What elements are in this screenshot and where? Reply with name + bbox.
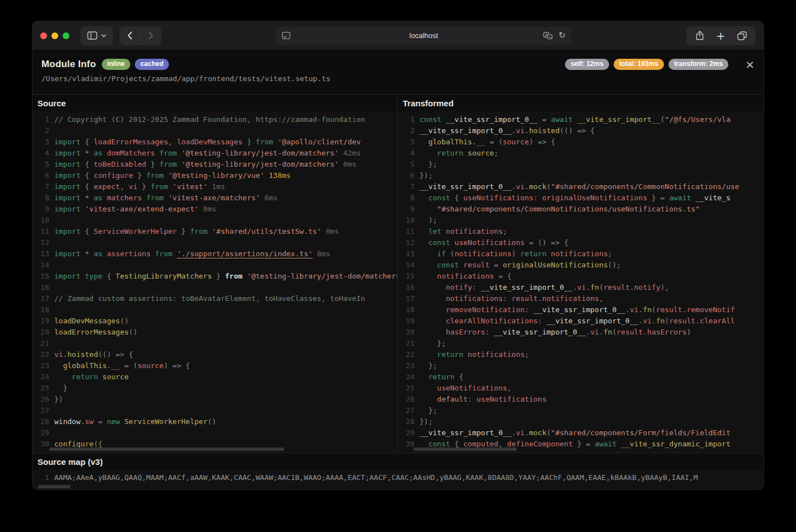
code-line: 7__vite_ssr_import_0__.vi.mock("#shared/… [398, 181, 764, 192]
code-line: 9import 'vitest-axe/extend-expect' 0ms [32, 204, 397, 215]
line-number: 24 [32, 371, 54, 383]
code-line: 15 notifications = { [398, 271, 764, 282]
line-number: 23 [32, 360, 54, 371]
code-line: 14 [32, 260, 397, 271]
code-line: 17// Zammad custom assertions: toBeAvata… [32, 293, 397, 304]
sourcemap-code-area[interactable]: 1AAMA;AAeA,yBAAG,QAAQ,MAAM;AACf,aAAW,KAA… [32, 470, 764, 489]
line-number: 20 [398, 327, 420, 338]
line-number: 12 [398, 237, 420, 248]
line-number: 18 [398, 304, 420, 316]
line-number: 6 [32, 170, 54, 181]
sourcemap-hscrollbar[interactable] [38, 485, 70, 488]
code-line: 19loadDevMessages() [32, 316, 397, 327]
chevron-down-icon [101, 34, 106, 37]
code-line: 8import * as matchers from 'vitest-axe/m… [32, 192, 397, 204]
line-number: 26 [398, 394, 420, 405]
line-number: 15 [32, 271, 54, 282]
transformed-panel-title: Transformed [398, 95, 764, 111]
line-number: 8 [32, 192, 54, 204]
source-hscrollbar[interactable] [49, 448, 284, 451]
line-number: 9 [32, 204, 54, 215]
timing-badge: self: 12ms [565, 59, 609, 70]
sidebar-toggle-button[interactable] [81, 26, 113, 45]
code-line: 24 return { [398, 371, 764, 383]
tab-overview-icon[interactable] [737, 31, 747, 40]
back-button[interactable] [120, 31, 140, 40]
line-number: 2 [398, 125, 420, 136]
forward-button[interactable] [140, 31, 161, 40]
code-line: 2 [32, 125, 397, 136]
code-line: 9 "#shared/components/CommonNotification… [398, 204, 764, 215]
code-line: 24 return source [32, 371, 397, 383]
nav-buttons [120, 26, 161, 45]
toolbar-right-buttons: + [686, 26, 756, 45]
code-line: 1const __vite_ssr_import_0__ = await __v… [398, 114, 764, 125]
close-window-button[interactable] [40, 32, 47, 39]
transformed-hscrollbar[interactable] [413, 448, 517, 451]
transformed-panel: Transformed 1const __vite_ssr_import_0__… [397, 95, 764, 453]
page-format-icon[interactable] [282, 32, 290, 39]
zoom-window-button[interactable] [63, 32, 69, 39]
transformed-code-area[interactable]: 1const __vite_ssr_import_0__ = await __v… [398, 111, 764, 453]
module-info-header: Module Info inlinecached self: 12mstotal… [32, 50, 764, 94]
code-line: 13 if (notifications) return notificatio… [398, 248, 764, 260]
code-line: 3import { loadErrorMessages, loadDevMess… [32, 136, 397, 148]
source-code-area[interactable]: 1// Copyright (C) 2012-2025 Zammad Found… [32, 111, 397, 453]
line-number: 26 [32, 394, 54, 405]
timing-badge: transform: 2ms [668, 59, 728, 70]
code-line: 5import { toBeDisabled } from '@testing-… [32, 159, 397, 170]
code-line: 22vi.hoisted(() => { [32, 349, 397, 360]
code-line: 3 globalThis.__ = (source) => { [398, 136, 764, 148]
browser-window: localhost Aa ↻ + Module Info inlinecache… [32, 21, 764, 489]
code-line: 12 const useNotifications = () => { [398, 237, 764, 248]
code-line: 18 removeNotification: __vite_ssr_import… [398, 304, 764, 316]
line-number: 14 [32, 260, 54, 271]
translate-icon[interactable]: Aa [543, 32, 553, 40]
line-number: 2 [32, 125, 54, 136]
line-number: 21 [398, 338, 420, 349]
code-line: 28window.sw = new ServiceWorkerHelper() [32, 416, 397, 427]
line-number: 10 [32, 215, 54, 226]
line-number: 3 [32, 136, 54, 148]
line-number: 4 [398, 148, 420, 159]
code-line: 15import type { TestingLibraryMatchers }… [32, 271, 397, 282]
code-line: 29 [32, 427, 397, 439]
new-tab-icon[interactable]: + [716, 30, 726, 41]
line-number: 1 [32, 114, 54, 125]
line-number: 27 [32, 405, 54, 416]
sourcemap-section: Source map (v3) 1AAMA;AAeA,yBAAG,QAAQ,MA… [32, 453, 764, 489]
code-line: 17 notifications: result.notifications, [398, 293, 764, 304]
code-line: 25 } [32, 383, 397, 394]
line-number: 8 [398, 192, 420, 204]
code-line: 26}) [32, 394, 397, 405]
code-line: 18 [32, 304, 397, 316]
code-line: 21 }; [398, 338, 764, 349]
code-line: 10 [32, 215, 397, 226]
line-number: 10 [398, 215, 420, 226]
line-number: 7 [32, 181, 54, 192]
code-line: 10 ); [398, 215, 764, 226]
source-panel: Source 1// Copyright (C) 2012-2025 Zamma… [32, 95, 397, 453]
line-number: 7 [398, 181, 420, 192]
code-line: 1// Copyright (C) 2012-2025 Zammad Found… [32, 114, 397, 125]
line-number: 5 [32, 159, 54, 170]
sourcemap-title: Source map (v3) [32, 453, 764, 470]
code-line: 27 }; [398, 405, 764, 416]
traffic-lights [40, 32, 69, 39]
share-icon[interactable] [695, 31, 704, 40]
line-number: 23 [398, 360, 420, 371]
line-number: 13 [398, 248, 420, 260]
line-number: 6 [398, 170, 420, 181]
line-number: 14 [398, 260, 420, 271]
line-number: 13 [32, 248, 54, 260]
close-icon[interactable]: × [745, 59, 755, 70]
line-number: 17 [32, 293, 54, 304]
line-number: 24 [398, 371, 420, 383]
timing-badges: self: 12mstotal: 193mstransform: 2ms [565, 59, 728, 70]
code-line: 21 [32, 338, 397, 349]
code-line: 11 let notifications; [398, 226, 764, 237]
address-bar[interactable]: localhost Aa ↻ [276, 27, 571, 45]
minimize-window-button[interactable] [51, 32, 58, 39]
reload-icon[interactable]: ↻ [558, 31, 566, 40]
code-line: 7import { expect, vi } from 'vitest' 1ms [32, 181, 397, 192]
